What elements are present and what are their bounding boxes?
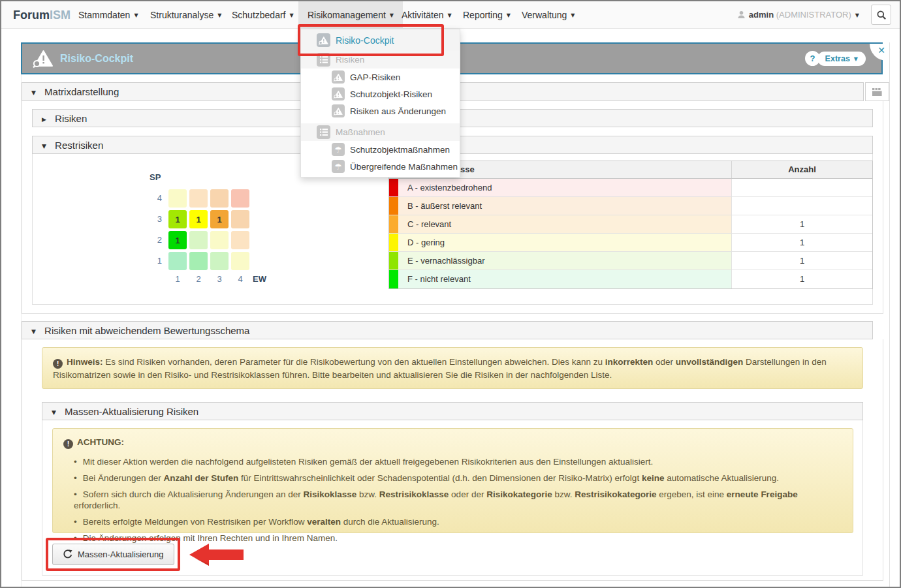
table-row: B - äußerst relevant (389, 197, 872, 215)
menu-item-risiken-aus-aenderungen[interactable]: Risiken aus Änderungen (301, 102, 460, 119)
matrix-y-axis-label: SP (150, 172, 161, 182)
nav-verwaltung[interactable]: Verwaltung▼ (522, 1, 575, 29)
class-label: E - vernachlässigbar (407, 256, 485, 266)
app-window: Risiko-Cockpit ? Extras▼ ✕ ▼ Matrixdarst… (0, 0, 901, 588)
matrix-cell (231, 189, 249, 208)
table-row: E - vernachlässigbar 1 (389, 252, 872, 270)
class-count: 1 (731, 215, 872, 233)
class-color-stripe (389, 252, 398, 270)
matrix-row-label: 2 (146, 235, 162, 245)
matrix-cell: 1 (189, 210, 208, 228)
chevron-down-icon: ▼ (507, 12, 511, 18)
matrix-cell (168, 252, 187, 270)
app-logo[interactable]: ForumISM (13, 1, 71, 29)
class-count: 1 (731, 270, 872, 288)
collapse-arrow-icon: ▼ (42, 143, 46, 149)
nav-stammdaten[interactable]: Stammdaten▼ (78, 1, 138, 29)
class-label: B - äußerst relevant (407, 201, 482, 211)
exclamation-circle-icon: ! (63, 439, 73, 449)
chevron-down-icon: ▼ (855, 12, 859, 18)
popout-window-button[interactable] (865, 82, 889, 101)
close-icon[interactable]: ✕ (877, 45, 885, 55)
matrix-cell: 1 (168, 231, 187, 249)
class-color-stripe (389, 270, 398, 288)
chevron-down-icon: ▼ (448, 12, 452, 18)
collapse-arrow-icon: ▼ (31, 328, 36, 335)
nav-schutzbedarf[interactable]: Schutzbedarf▼ (232, 1, 294, 29)
list-icon (317, 53, 330, 67)
risikomanagement-dropdown: Risiko-Cockpit Risiken (300, 29, 460, 178)
count-column-header: Anzahl (731, 161, 872, 178)
user-menu[interactable]: admin (ADMINISTRATOR)▼ (737, 1, 859, 29)
list-icon (317, 125, 330, 139)
achtung-bullet: Mit dieser Aktion werden die nachfolgend… (74, 456, 842, 467)
expand-arrow-icon: ▶ (42, 116, 46, 123)
achtung-bullet: Sofern sich durch die Aktualisierung Änd… (74, 489, 842, 511)
class-color-stripe (389, 179, 398, 196)
page-title: Risiko-Cockpit (60, 44, 133, 73)
exclamation-circle-icon: ! (53, 359, 63, 369)
chevron-down-icon: ▼ (290, 12, 294, 18)
menu-item-gap-risiken[interactable]: GAP-Risiken (301, 69, 460, 85)
class-count: 1 (731, 234, 872, 251)
class-count (731, 197, 872, 215)
section-massen-aktualisierung[interactable]: ▼ Massen-Aktualisierung Risiken (42, 402, 863, 420)
class-count (731, 179, 872, 196)
section-title: Matrixdarstellung (44, 86, 119, 97)
matrix-col-label: 4 (231, 274, 249, 284)
hinweis-alert: !Hinweis: Es sind Risiken vorhanden, der… (42, 347, 863, 389)
refresh-icon (63, 549, 72, 559)
section-title: Risiken mit abweichendem Bewertungsschem… (44, 325, 249, 336)
section-title: Restrisiken (55, 140, 103, 151)
section-title: Massen-Aktualisierung Risiken (65, 406, 198, 417)
achtung-title: ACHTUNG: (77, 437, 124, 447)
matrix-col-label: 3 (210, 274, 229, 284)
matrix-cell (189, 189, 208, 208)
menu-item-schutzobjekt-risiken[interactable]: Schutzobjekt-Risiken (301, 85, 460, 102)
menu-item-risiko-cockpit[interactable]: Risiko-Cockpit (301, 29, 460, 51)
class-label: D - gering (407, 238, 445, 247)
matrix-cell: 1 (210, 210, 229, 228)
matrix-cell (231, 210, 249, 228)
chevron-down-icon: ▼ (217, 12, 221, 18)
restrisiko-class-table: Restrisikoklasse Anzahl A - existenzbedr… (388, 161, 873, 289)
nav-reporting[interactable]: Reporting▼ (463, 1, 511, 29)
section-title: Risiken (55, 113, 87, 124)
nav-risikomanagement[interactable]: Risikomanagement▼ (298, 1, 403, 29)
table-row: C - relevant 1 (389, 215, 872, 234)
class-label: C - relevant (407, 219, 451, 229)
table-row: A - existenzbedrohend (389, 179, 872, 197)
matrix-cell (210, 189, 229, 208)
massen-aktualisierung-button[interactable]: Massen-Aktualisierung (52, 544, 174, 565)
umbrella-icon: ☂ (332, 143, 345, 156)
nav-aktivitaeten[interactable]: Aktivitäten▼ (402, 1, 452, 29)
chevron-down-icon: ▼ (571, 12, 575, 18)
matrix-cell (210, 252, 229, 270)
search-button[interactable] (871, 5, 891, 25)
menu-item-schutzobjektmassnahmen[interactable]: ☂ Schutzobjektmaßnahmen (301, 141, 460, 158)
section-abweichendes-schema[interactable]: ▼ Risiken mit abweichendem Bewertungssch… (22, 321, 873, 339)
matrix-col-label: 2 (189, 274, 208, 284)
extras-button[interactable]: Extras▼ (817, 52, 866, 66)
collapse-arrow-icon: ▼ (31, 89, 36, 96)
class-color-stripe (389, 197, 398, 215)
matrix-cell (210, 231, 229, 249)
search-icon (876, 10, 887, 20)
chevron-down-icon: ▼ (854, 56, 858, 62)
achtung-bullet: Bereits erfolgte Meldungen von Restrisik… (74, 516, 842, 527)
risk-icon (332, 87, 345, 101)
matrix-cell: 1 (168, 210, 187, 228)
menu-item-uebergreifende-massnahmen[interactable]: ☂ Übergreifende Maßnahmen (301, 158, 460, 175)
class-color-stripe (389, 234, 398, 251)
risk-cockpit-icon (33, 50, 54, 71)
table-row: F - nicht relevant 1 (389, 270, 872, 288)
table-header-row: Restrisikoklasse Anzahl (389, 161, 872, 179)
menu-group-massnahmen: Maßnahmen (301, 123, 460, 141)
matrix-row-label: 4 (146, 193, 162, 203)
menu-group-risiken: Risiken (301, 51, 460, 69)
nav-strukturanalyse[interactable]: Strukturanalyse▼ (150, 1, 221, 29)
window-icon (871, 87, 883, 97)
risk-icon (332, 70, 345, 84)
umbrella-icon: ☂ (332, 160, 345, 173)
class-color-stripe (389, 215, 398, 233)
